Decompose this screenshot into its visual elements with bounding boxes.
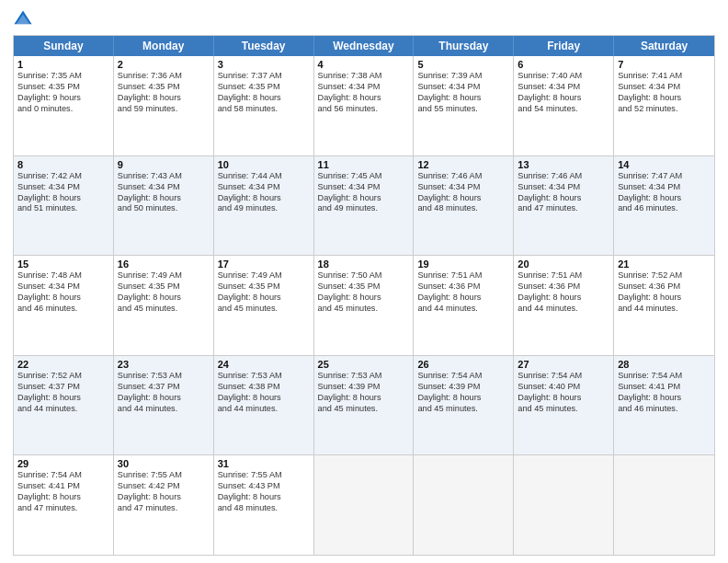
cell-info-line: and 45 minutes.	[118, 304, 210, 315]
day-cell-18: 18Sunrise: 7:50 AMSunset: 4:35 PMDayligh…	[314, 256, 415, 355]
cell-info-line: Sunrise: 7:36 AM	[118, 71, 210, 82]
cell-info-line: and 48 minutes.	[218, 503, 310, 514]
day-cell-3: 3Sunrise: 7:37 AMSunset: 4:35 PMDaylight…	[214, 56, 314, 155]
cell-info-line: and 45 minutes.	[417, 404, 509, 415]
day-number: 17	[218, 259, 310, 270]
cell-info-line: and 50 minutes.	[118, 203, 210, 214]
cell-info-line: and 45 minutes.	[318, 404, 410, 415]
header-day-saturday: Saturday	[614, 36, 714, 56]
cell-info-line: and 47 minutes.	[118, 503, 210, 514]
day-number: 14	[618, 159, 711, 170]
day-cell-17: 17Sunrise: 7:49 AMSunset: 4:35 PMDayligh…	[214, 256, 314, 355]
cell-info-line: Sunrise: 7:38 AM	[318, 71, 410, 82]
cell-info-line: Sunrise: 7:39 AM	[417, 71, 509, 82]
cell-info-line: Sunset: 4:37 PM	[118, 382, 210, 393]
day-cell-25: 25Sunrise: 7:53 AMSunset: 4:39 PMDayligh…	[314, 356, 415, 455]
cell-info-line: Sunset: 4:35 PM	[218, 82, 310, 93]
empty-cell	[514, 455, 614, 555]
day-cell-20: 20Sunrise: 7:51 AMSunset: 4:36 PMDayligh…	[514, 256, 614, 355]
day-number: 21	[618, 259, 711, 270]
cell-info-line: Sunset: 4:36 PM	[417, 282, 509, 293]
cell-info-line: Sunset: 4:34 PM	[518, 182, 609, 193]
cell-info-line: and 45 minutes.	[318, 304, 410, 315]
cell-info-line: Sunset: 4:42 PM	[118, 481, 210, 492]
cell-info-line: Daylight: 8 hours	[218, 93, 310, 104]
cell-info-line: Sunrise: 7:46 AM	[417, 171, 509, 182]
cell-info-line: Daylight: 8 hours	[17, 492, 109, 503]
day-number: 15	[17, 259, 109, 270]
day-number: 20	[518, 259, 609, 270]
cell-info-line: Sunrise: 7:48 AM	[17, 270, 109, 282]
cell-info-line: and 58 minutes.	[218, 104, 310, 115]
cell-info-line: Sunrise: 7:53 AM	[118, 371, 210, 382]
cell-info-line: Daylight: 8 hours	[518, 393, 609, 404]
cell-info-line: and 59 minutes.	[118, 104, 210, 115]
cell-info-line: and 55 minutes.	[417, 104, 509, 115]
cell-info-line: Daylight: 8 hours	[118, 492, 210, 503]
cell-info-line: Sunrise: 7:52 AM	[618, 270, 711, 282]
cell-info-line: Sunrise: 7:45 AM	[318, 171, 410, 182]
cell-info-line: and 44 minutes.	[417, 304, 509, 315]
day-cell-7: 7Sunrise: 7:41 AMSunset: 4:34 PMDaylight…	[614, 56, 714, 155]
cell-info-line: Sunset: 4:34 PM	[118, 182, 210, 193]
header-day-tuesday: Tuesday	[214, 36, 314, 56]
cell-info-line: Daylight: 8 hours	[118, 93, 210, 104]
day-cell-15: 15Sunrise: 7:48 AMSunset: 4:34 PMDayligh…	[14, 256, 114, 355]
cell-info-line: Sunset: 4:39 PM	[417, 382, 509, 393]
cell-info-line: and 0 minutes.	[17, 104, 109, 115]
cell-info-line: Sunset: 4:35 PM	[318, 282, 410, 293]
day-cell-2: 2Sunrise: 7:36 AMSunset: 4:35 PMDaylight…	[114, 56, 214, 155]
day-cell-23: 23Sunrise: 7:53 AMSunset: 4:37 PMDayligh…	[114, 356, 214, 455]
cell-info-line: Sunset: 4:43 PM	[218, 481, 310, 492]
cell-info-line: Daylight: 8 hours	[118, 293, 210, 304]
day-number: 19	[417, 259, 509, 270]
cell-info-line: Sunrise: 7:54 AM	[518, 371, 609, 382]
day-number: 5	[417, 59, 509, 70]
cell-info-line: Daylight: 8 hours	[518, 193, 609, 204]
page: SundayMondayTuesdayWednesdayThursdayFrid…	[0, 0, 728, 563]
day-cell-10: 10Sunrise: 7:44 AMSunset: 4:34 PMDayligh…	[214, 156, 314, 256]
day-number: 24	[218, 359, 310, 370]
day-cell-13: 13Sunrise: 7:46 AMSunset: 4:34 PMDayligh…	[514, 156, 614, 256]
calendar-row-4: 22Sunrise: 7:52 AMSunset: 4:37 PMDayligh…	[14, 355, 714, 455]
cell-info-line: Daylight: 8 hours	[17, 193, 109, 204]
cell-info-line: and 44 minutes.	[17, 404, 109, 415]
day-number: 18	[318, 259, 410, 270]
cell-info-line: Sunrise: 7:35 AM	[17, 71, 109, 82]
cell-info-line: Sunrise: 7:49 AM	[118, 270, 210, 282]
day-number: 1	[17, 59, 109, 70]
day-cell-24: 24Sunrise: 7:53 AMSunset: 4:38 PMDayligh…	[214, 356, 314, 455]
cell-info-line: Sunset: 4:34 PM	[618, 82, 711, 93]
cell-info-line: Sunrise: 7:51 AM	[417, 270, 509, 282]
cell-info-line: Sunset: 4:34 PM	[17, 182, 109, 193]
calendar-row-3: 15Sunrise: 7:48 AMSunset: 4:34 PMDayligh…	[14, 255, 714, 355]
cell-info-line: Daylight: 9 hours	[17, 93, 109, 104]
cell-info-line: Sunset: 4:34 PM	[218, 182, 310, 193]
cell-info-line: Sunrise: 7:52 AM	[17, 371, 109, 382]
cell-info-line: Sunrise: 7:50 AM	[318, 270, 410, 282]
cell-info-line: and 44 minutes.	[618, 304, 711, 315]
cell-info-line: Sunset: 4:34 PM	[518, 82, 609, 93]
day-number: 11	[318, 159, 410, 170]
day-cell-16: 16Sunrise: 7:49 AMSunset: 4:35 PMDayligh…	[114, 256, 214, 355]
cell-info-line: Daylight: 8 hours	[218, 492, 310, 503]
cell-info-line: Daylight: 8 hours	[318, 193, 410, 204]
day-cell-26: 26Sunrise: 7:54 AMSunset: 4:39 PMDayligh…	[414, 356, 514, 455]
day-number: 28	[618, 359, 711, 370]
cell-info-line: Sunset: 4:39 PM	[318, 382, 410, 393]
cell-info-line: Sunrise: 7:54 AM	[17, 470, 109, 481]
cell-info-line: and 46 minutes.	[618, 203, 711, 214]
cell-info-line: and 48 minutes.	[417, 203, 509, 214]
cell-info-line: Sunset: 4:41 PM	[618, 382, 711, 393]
day-cell-1: 1Sunrise: 7:35 AMSunset: 4:35 PMDaylight…	[14, 56, 114, 155]
cell-info-line: Daylight: 8 hours	[417, 293, 509, 304]
cell-info-line: Sunrise: 7:47 AM	[618, 171, 711, 182]
day-cell-6: 6Sunrise: 7:40 AMSunset: 4:34 PMDaylight…	[514, 56, 614, 155]
cell-info-line: Daylight: 8 hours	[417, 193, 509, 204]
day-number: 9	[118, 159, 210, 170]
day-number: 23	[118, 359, 210, 370]
header-day-thursday: Thursday	[414, 36, 514, 56]
cell-info-line: Sunrise: 7:53 AM	[218, 371, 310, 382]
cell-info-line: Sunset: 4:35 PM	[218, 282, 310, 293]
header-day-friday: Friday	[514, 36, 614, 56]
